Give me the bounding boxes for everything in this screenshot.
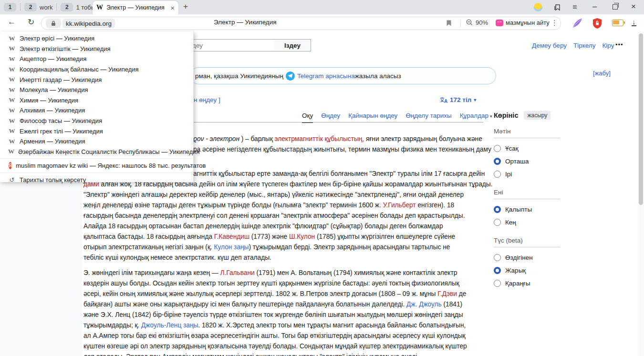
tab-group-work[interactable]: 2 work [24, 3, 52, 11]
wikipedia-icon: W [8, 76, 16, 83]
suggestion-item[interactable]: WИнертті газдар — Уикипедия [0, 74, 193, 85]
reload-icon[interactable]: ↻ [28, 17, 34, 27]
radio-icon[interactable] [494, 219, 501, 226]
suggestion-item[interactable]: WӘзербайжан Кеңестік Социалистік Республ… [0, 147, 193, 157]
wikilink[interactable]: Джоуль-Ленц заңы [141, 322, 198, 329]
redlink[interactable]: Л.Гальвани [220, 269, 254, 276]
read-aloud-button[interactable]: "" мазмұнын айту [496, 19, 550, 26]
menu-icon[interactable]: ≡ [572, 3, 577, 11]
article-line: көздерін ашуы болды. Осыдан кейін электр… [83, 278, 459, 289]
tab-Өңделу тарихы[interactable]: Өңделу тарихы [405, 112, 451, 123]
appearance-hide-button[interactable]: жасыру [524, 111, 551, 120]
active-tab[interactable]: W Электр — Уикипедия × [93, 1, 178, 14]
side-panels-icon[interactable] [553, 3, 561, 11]
radio-icon[interactable] [494, 171, 501, 178]
tab-Оқу[interactable]: Оқу [302, 112, 313, 123]
wikipedia-icon: W [8, 96, 16, 104]
close-window-icon[interactable]: × [631, 2, 636, 11]
radio-option[interactable]: Өздігінен [494, 251, 561, 264]
wikipedia-icon: W [8, 35, 16, 42]
lock-icon[interactable] [46, 19, 61, 28]
search-placeholder: деу [192, 42, 203, 49]
appearance-group: ЕніҚалыптыКең [494, 189, 561, 229]
protect-shield-icon[interactable] [592, 18, 602, 29]
suggestion-item[interactable]: WАрмения — Уикипедия [0, 136, 193, 147]
radio-option[interactable]: Қараңғы [494, 277, 561, 290]
search-button[interactable]: Іздеу [274, 39, 311, 51]
header-link[interactable]: Кіру [602, 42, 614, 49]
article-text: ) – барлық [241, 135, 275, 142]
banner-close-link[interactable]: [жабу] [593, 70, 611, 77]
pen-feather-icon[interactable] [571, 17, 583, 30]
radio-selected-icon[interactable] [494, 267, 501, 274]
suggestion-item[interactable]: WАкцептор — Уикипедия [0, 54, 193, 64]
minimize-icon[interactable]: – [592, 2, 597, 11]
wikilink[interactable]: Дж. Джоуль [406, 301, 442, 308]
telegram-link[interactable]: Telegram арнасына [297, 72, 355, 80]
radio-option[interactable]: Орташа [494, 155, 561, 168]
suggestion-text: Акцептор — Уикипедия [20, 55, 86, 62]
radio-option[interactable]: Ұсақ [494, 142, 561, 155]
new-tab-button[interactable]: + [183, 2, 188, 11]
banner-text: рман, қазақша Уикипедияның [195, 72, 283, 80]
suggestion-item[interactable]: ↺Тарихты толық көрсету [0, 174, 193, 185]
radio-option[interactable]: Жарық [494, 264, 561, 277]
redlink[interactable]: Г.Дэви [437, 290, 457, 297]
tab-group-1[interactable]: 1 [4, 3, 16, 11]
back-icon[interactable]: ← [8, 17, 16, 27]
radio-selected-icon[interactable] [494, 206, 501, 213]
language-icon: A [440, 97, 447, 103]
battery-icon[interactable] [612, 20, 623, 26]
suggestion-item[interactable]: Яmuslim magomaev kz wiki — Яндекс: нашло… [0, 160, 193, 171]
tab-group-toby[interactable]: 2 1 тобы [61, 3, 95, 11]
tab-Өңдеу[interactable]: Өңдеу [321, 112, 340, 123]
article-text: ϱον - электрон [193, 135, 241, 142]
scrollbar-thumb[interactable] [639, 33, 643, 205]
zoom-control[interactable]: 90% [466, 19, 488, 26]
header-more-icon[interactable]: ••• [615, 41, 623, 48]
suggestion-item[interactable]: WМолекула — Уикипедия [0, 85, 193, 95]
avatar[interactable] [534, 3, 542, 11]
option-label: Жарық [505, 267, 526, 274]
header-link[interactable]: Тіркелу [573, 42, 596, 49]
redlink[interactable]: Ш.Кулон [289, 233, 315, 240]
article-text: ра әсеріне негізделген құбылыстардың жиы… [193, 146, 491, 153]
radio-option[interactable]: Қалыпты [494, 203, 561, 216]
tab-close-icon[interactable]: × [170, 4, 175, 12]
suggestion-item[interactable]: WХимия — Уикипедия [0, 95, 193, 106]
tab-Қайнарын өңдеу[interactable]: Қайнарын өңдеу [348, 112, 397, 123]
address-bar[interactable]: kk.wikipedia.org 90% "" мазмұнын айту ⋮ [41, 17, 561, 30]
suggestion-item[interactable]: WКоординациялық байланыс — Уикипедия [0, 64, 193, 75]
search-input[interactable]: деу [189, 39, 275, 51]
radio-icon[interactable] [494, 254, 501, 261]
suggestion-item[interactable]: WЭлектр өткізгіштік — Уикипедия [0, 44, 193, 54]
restore-icon[interactable] [613, 4, 618, 10]
wikilink[interactable]: Кулон заңы [214, 244, 249, 251]
divider [20, 3, 21, 11]
address-bar-title: Электр — Уикипедия [214, 19, 277, 26]
suggestion-item[interactable]: WЭлектр өрісі — Уикипедия [0, 33, 193, 44]
zoom-out-icon [466, 19, 473, 26]
article-line: және Э.Х. Ленц (1842) бір-біріне тәуелсі… [83, 310, 463, 320]
divider [460, 20, 461, 27]
radio-icon[interactable] [494, 280, 501, 287]
suggestion-item[interactable]: WЕжелгі грек тілі — Уикипедия [0, 126, 193, 136]
suggestion-item[interactable]: WАлхимия — Уикипедия [0, 105, 193, 116]
bookmark-icon[interactable] [446, 20, 452, 27]
download-icon[interactable]: ↓ [632, 18, 636, 26]
edit-intro-link[interactable]: н өңдеу ] [194, 96, 220, 103]
language-selector[interactable]: A 172 тіл ▾ [440, 96, 476, 103]
radio-icon[interactable] [494, 145, 501, 152]
redlink[interactable]: У.Гильберт [383, 202, 416, 209]
redlink[interactable]: электрмагниттік құбылыстың, [274, 135, 364, 142]
suggestion-item[interactable]: WФилософ тасы — Уикипедия [0, 116, 193, 126]
header-link[interactable]: Демеу беру [532, 42, 567, 49]
more-icon[interactable]: ⋮ [551, 19, 558, 27]
radio-option[interactable]: Кең [494, 216, 561, 229]
redlink[interactable]: Г.Кавендиш [214, 233, 249, 240]
radio-selected-icon[interactable] [494, 158, 501, 165]
tab-Құралдар[interactable]: Құралдар▾ [460, 112, 492, 123]
url-chip[interactable]: kk.wikipedia.org [62, 19, 115, 28]
radio-option[interactable]: Ірі [494, 168, 561, 181]
tab-group-label: work [40, 4, 52, 11]
